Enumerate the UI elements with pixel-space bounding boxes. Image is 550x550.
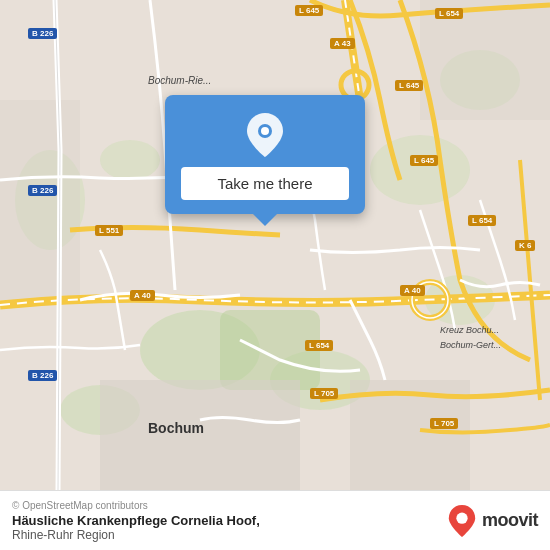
copyright-text: © OpenStreetMap contributors: [12, 500, 260, 511]
svg-point-21: [456, 512, 467, 523]
bottom-left-info: © OpenStreetMap contributors Häusliche K…: [12, 500, 260, 542]
moovit-logo: moovit: [448, 505, 538, 537]
place-name: Häusliche Krankenpflege Cornelia Hoof,: [12, 513, 260, 528]
svg-point-7: [100, 140, 160, 180]
moovit-text: moovit: [482, 510, 538, 531]
location-pin-icon: [247, 113, 283, 157]
moovit-pin-icon: [448, 505, 476, 537]
svg-rect-10: [100, 380, 300, 490]
svg-rect-9: [220, 310, 320, 390]
popup-card: Take me there: [165, 95, 365, 214]
place-region: Rhine-Ruhr Region: [12, 528, 260, 542]
map-svg: [0, 0, 550, 490]
bottom-bar: © OpenStreetMap contributors Häusliche K…: [0, 490, 550, 550]
take-me-there-button[interactable]: Take me there: [181, 167, 349, 200]
svg-point-20: [261, 127, 269, 135]
svg-point-4: [370, 135, 470, 205]
svg-rect-13: [420, 0, 550, 120]
svg-rect-12: [0, 100, 80, 300]
map-container: B 226 B 226 B 226 A 43 A 40 A 40 L 645 L…: [0, 0, 550, 490]
